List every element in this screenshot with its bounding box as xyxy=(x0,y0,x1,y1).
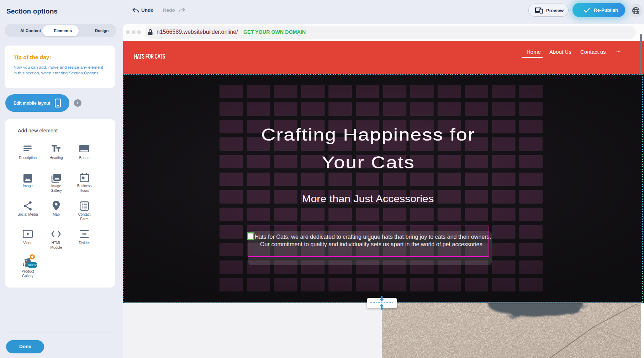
svg-text:SHOP: SHOP xyxy=(28,263,37,267)
